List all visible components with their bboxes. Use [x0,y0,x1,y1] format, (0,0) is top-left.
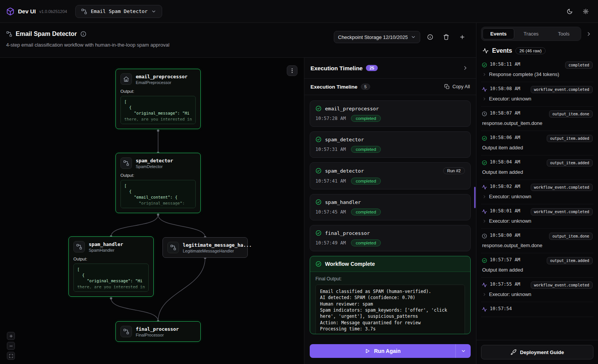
zoom-in-button[interactable] [7,332,15,340]
zoom-out-button[interactable] [7,342,15,350]
tab-events[interactable]: Events [483,28,514,39]
canvas-menu-button[interactable] [287,65,297,76]
timeline-item-name: spam_detector [325,137,364,142]
check-circle-icon [315,199,322,205]
activity-icon [482,282,487,288]
copy-all-label: Copy All [452,84,470,89]
chevron-right-icon[interactable] [482,97,487,101]
status-badge: completed [351,115,380,122]
fit-view-button[interactable] [7,352,15,360]
node-icon-box [120,157,132,169]
top-bar: Dev UI v1.0.0b251204 Email Spam Detector [0,0,598,23]
event-type-badge: workflow_event.completed [531,281,593,289]
node-email-preprocessor[interactable]: email_preprocessor EmailPreprocessor Out… [115,69,201,129]
new-checkpoint-button[interactable] [456,31,468,43]
node-spam-handler[interactable]: spam_handler SpamHandler Output: [ { "or… [68,236,154,297]
activity-icon [482,307,487,312]
node-name: spam_handler [89,241,123,247]
info-icon [427,34,433,40]
event-type-badge: output_item.added [547,159,593,167]
workflow-complete-card: Workflow Complete Final Output: Email cl… [310,256,471,334]
event-item[interactable]: 10:58:04 AM output_item.added Output ite… [481,155,593,180]
event-item[interactable]: 10:58:02 AM workflow_event.completed Exe… [481,180,593,204]
node-output: [ { "email_content": { "original_message… [120,180,196,208]
timeline-item[interactable]: spam_handler 10:57:45 AM completed [310,194,471,220]
event-item[interactable]: 10:58:07 AM output_item.done response.ou… [481,107,593,131]
checkpoint-storage-selector[interactable]: Checkpoint Storage 12/10/2025, 10:5 [334,31,420,43]
timeline-item-time: 10:57:28 AM [315,116,346,121]
check-circle-icon [315,230,322,236]
delete-checkpoint-button[interactable] [440,31,452,43]
timeline-item[interactable]: final_processor 10:57:49 AM completed [310,225,471,251]
workflow-canvas[interactable]: email_preprocessor EmailPreprocessor Out… [0,58,304,364]
events-list: 10:58:11 AM completed Response complete … [476,58,598,340]
page-header: Email Spam Detector 4-step email classif… [0,23,476,57]
check-circle-icon [315,261,322,267]
collapse-panel-button[interactable] [584,29,593,39]
event-time: 10:58:00 AM [490,233,546,239]
status-badge: completed [351,239,380,246]
chevron-right-icon[interactable] [482,72,487,77]
status-badge: completed [351,146,380,153]
copy-all-button[interactable]: Copy All [444,84,470,89]
app-name: Dev UI [18,8,36,15]
activity-icon [482,184,487,190]
timeline-item[interactable]: spam_detector Run #2 10:57:41 AM complet… [310,162,471,189]
event-description: Output item added [482,169,523,175]
chevron-right-icon[interactable] [482,219,487,223]
home-icon [123,76,129,82]
collapse-timeline-button[interactable] [461,63,470,73]
timeline-item[interactable]: spam_detector 10:57:31 AM completed [310,131,471,158]
event-item[interactable]: 10:58:00 AM output_item.done response.ou… [481,229,593,253]
event-item[interactable]: 10:57:54 [481,302,593,317]
workflow-icon [6,31,12,37]
check-circle-icon [315,136,322,142]
event-time: 10:57:54 [490,306,593,312]
node-legitimate-message-handler[interactable]: legitimate_message_ha... LegitimateMessa… [162,237,248,258]
event-time: 10:58:08 AM [490,86,528,92]
node-icon-box [167,242,179,253]
status-badge: completed [351,209,380,215]
node-output: [ { "original_message": "Hi there, are y… [120,96,196,124]
minus-icon [9,344,13,348]
run-again-dropdown-button[interactable] [455,344,471,358]
fit-view-icon [9,354,13,358]
theme-toggle-button[interactable] [564,5,576,18]
timeline-item-time: 10:57:41 AM [315,178,346,184]
node-spam-detector[interactable]: spam_detector SpamDetector Output: [ { "… [115,153,201,213]
event-item[interactable]: 10:57:57 AM output_item.added Output ite… [481,253,593,278]
event-item[interactable]: 10:58:11 AM completed Response complete … [481,58,593,82]
event-description: Response complete (34 tokens) [489,71,559,77]
page-title: Email Spam Detector [16,31,77,37]
workflow-icon [123,160,129,166]
workflow-selector[interactable]: Email Spam Detector [75,5,162,18]
workflow-icon [76,244,82,250]
deployment-guide-button[interactable]: Deployment Guide [481,345,593,359]
tab-tools[interactable]: Tools [548,28,580,39]
event-type-badge: workflow_event.completed [531,208,593,215]
activity-icon [482,209,487,214]
checkpoint-info-button[interactable] [424,31,436,43]
node-final-processor[interactable]: final_processor FinalProcessor [115,321,201,342]
chevron-right-icon[interactable] [482,292,487,297]
event-item[interactable]: 10:58:06 AM output_item.added Output ite… [481,131,593,155]
node-output-label: Output: [120,89,196,94]
chevron-down-icon [461,348,466,354]
event-description: Output item added [482,267,523,273]
timeline-subtitle: Execution Timeline [310,84,358,90]
event-item[interactable]: 10:57:55 AM workflow_event.completed Exe… [481,278,593,302]
brand: Dev UI v1.0.0b251204 [6,7,67,16]
timeline-item[interactable]: email_preprocessor 10:57:28 AM completed [310,100,471,127]
tab-traces[interactable]: Traces [515,28,547,39]
run-again-button[interactable]: Run Again [310,344,455,358]
event-item[interactable]: 10:58:01 AM workflow_event.completed Exe… [481,204,593,229]
event-type-badge: workflow_event.completed [531,184,593,191]
info-icon[interactable] [80,31,86,37]
panel-tabs: Events Traces Tools [481,27,581,41]
settings-button[interactable] [580,5,592,18]
event-item[interactable]: 10:58:08 AM workflow_event.completed Exe… [481,82,593,107]
check-circle-icon [482,258,487,263]
chevron-right-icon[interactable] [482,194,487,199]
timeline-scrollbar[interactable] [474,187,476,208]
timeline-item-name: spam_detector [325,168,364,174]
